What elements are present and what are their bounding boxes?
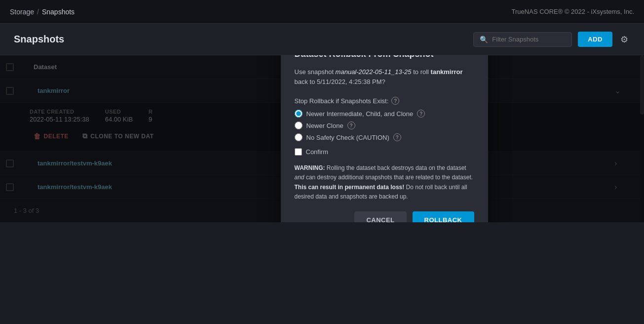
cancel-button[interactable]: CANCEL: [354, 211, 406, 222]
brand-text: TrueNAS CORE® © 2022 - iXsystems, Inc.: [512, 8, 634, 15]
stop-rollback-help-icon[interactable]: ?: [391, 97, 399, 105]
radio-group: Newer Intermediate, Child, and Clone ? N…: [295, 110, 474, 141]
radio-option-no-safety[interactable]: No Safety Check (CAUTION) ?: [295, 133, 474, 141]
content-wrapper: Dataset Snapshot tankmirror manual-2022-…: [0, 55, 644, 222]
search-icon: 🔍: [480, 36, 488, 43]
add-button[interactable]: ADD: [578, 32, 612, 47]
warning-text: WARNING: Rolling the dataset back destro…: [295, 163, 474, 202]
desc-suffix: back to 5/11/2022, 4:25:38 PM?: [295, 78, 385, 85]
warning-text-2: can destroy additional snapshots that ar…: [306, 174, 473, 181]
dialog-title: Dataset Rollback From Snapshot: [295, 55, 474, 59]
page-title: Snapshots: [14, 34, 64, 45]
search-input[interactable]: [492, 36, 566, 43]
warning-and: and: [295, 174, 304, 181]
dialog-actions: CANCEL ROLLBACK: [295, 211, 474, 222]
warning-prefix: WARNING:: [295, 164, 325, 171]
header-actions: 🔍 ADD ⚙: [473, 32, 630, 47]
radio-intermediate[interactable]: [295, 110, 303, 118]
desc-dataset-name: tankmirror: [431, 68, 463, 76]
stop-rollback-label-text: Stop Rollback if Snapshots Exist:: [295, 97, 389, 105]
desc-middle: to roll: [412, 68, 431, 76]
confirm-checkbox[interactable]: [295, 148, 302, 156]
breadcrumb: Storage / Snapshots: [10, 8, 75, 16]
radio-no-safety-label: No Safety Check (CAUTION): [306, 134, 389, 141]
breadcrumb-separator: /: [37, 8, 39, 16]
warning-text-1: Rolling the dataset back destroys data o…: [327, 164, 466, 171]
option3-help-icon[interactable]: ?: [393, 133, 401, 141]
breadcrumb-storage[interactable]: Storage: [10, 8, 34, 16]
dialog-description: Use snapshot manual-2022-05-11_13-25 to …: [295, 67, 474, 87]
settings-button[interactable]: ⚙: [618, 32, 630, 47]
search-box[interactable]: 🔍: [473, 32, 572, 47]
breadcrumb-current: Snapshots: [42, 8, 75, 16]
desc-prefix: Use snapshot: [295, 68, 336, 76]
radio-no-safety[interactable]: [295, 133, 303, 141]
radio-option-newer-clone[interactable]: Newer Clone ?: [295, 122, 474, 129]
radio-newer-clone[interactable]: [295, 122, 303, 129]
stop-rollback-field-label: Stop Rollback if Snapshots Exist: ?: [295, 97, 474, 105]
desc-snapshot-name: manual-2022-05-11_13-25: [336, 68, 412, 76]
option1-help-icon[interactable]: ?: [417, 110, 425, 118]
warning-bold: This can result in permanent data loss!: [295, 184, 405, 191]
confirm-row[interactable]: Confirm: [295, 148, 474, 156]
radio-option-intermediate[interactable]: Newer Intermediate, Child, and Clone ?: [295, 110, 474, 118]
radio-intermediate-label: Newer Intermediate, Child, and Clone: [306, 110, 414, 118]
radio-newer-clone-label: Newer Clone: [306, 122, 343, 129]
confirm-label: Confirm: [306, 148, 329, 156]
rollback-dialog: Dataset Rollback From Snapshot Use snaps…: [281, 55, 488, 222]
topbar: Storage / Snapshots TrueNAS CORE® © 2022…: [0, 0, 644, 24]
option2-help-icon[interactable]: ?: [347, 122, 355, 129]
page-header: Snapshots 🔍 ADD ⚙: [0, 24, 644, 55]
rollback-button[interactable]: ROLLBACK: [413, 211, 474, 222]
